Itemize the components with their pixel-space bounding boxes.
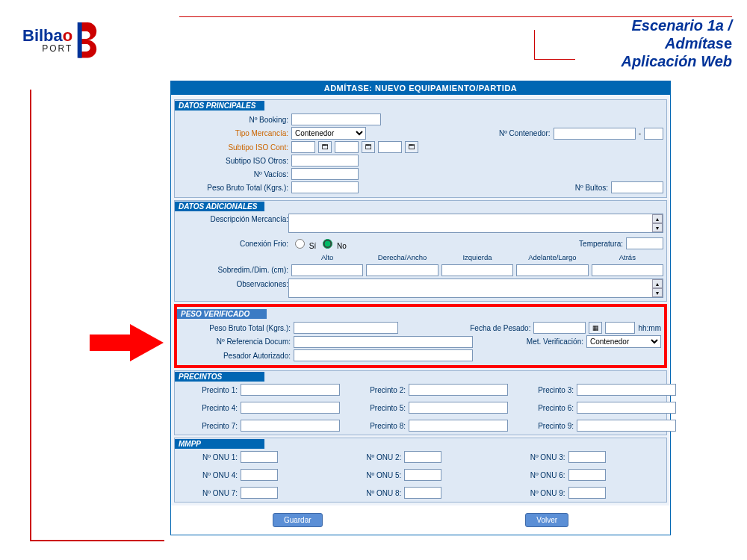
input-fecha-pesado[interactable]	[533, 322, 586, 334]
slide-title-suffix: e	[724, 35, 732, 52]
input-dim-izquierda[interactable]	[441, 264, 513, 276]
label-onu-2: Nº ONU 2:	[341, 453, 401, 461]
input-pesador-autorizado[interactable]	[294, 349, 473, 361]
input-onu-1[interactable]	[241, 451, 278, 463]
highlight-arrow	[90, 335, 134, 351]
label-subtipo-iso-otros: Subtipo ISO Otros:	[178, 157, 288, 165]
guardar-button[interactable]: Guardar	[273, 513, 323, 527]
input-dim-alto[interactable]	[291, 264, 363, 276]
input-dim-derecha[interactable]	[366, 264, 438, 276]
input-onu-2[interactable]	[404, 451, 441, 463]
input-precinto-7[interactable]	[241, 420, 340, 432]
label-subtipo-iso-cont: Subtipo ISO Cont:	[178, 143, 288, 152]
decorative-l-frame	[30, 90, 164, 541]
input-precinto-8[interactable]	[409, 420, 508, 432]
label-onu-9: Nº ONU 9:	[506, 489, 565, 497]
input-subtipo-iso-2[interactable]	[335, 141, 359, 153]
input-dim-atras[interactable]	[592, 264, 663, 276]
section-datos-adicionales: DATOS ADICIONALES Descripción Mercancía:…	[174, 200, 667, 302]
slide-title-line1: Escenario 1a /	[621, 16, 732, 34]
radio-conexion-frio-no-wrap[interactable]: No	[319, 237, 347, 250]
volver-button[interactable]: Volver	[525, 513, 568, 527]
bilbao-port-logo: Bilbao PORT	[22, 22, 102, 58]
slide-title-line3: Aplicación Web	[621, 52, 732, 70]
input-n-booking[interactable]	[291, 113, 381, 125]
label-pesador-autorizado: Pesador Autorizado:	[180, 352, 291, 360]
label-sobredim: Sobredim./Dim. (cm):	[178, 266, 288, 274]
input-precinto-6[interactable]	[577, 402, 676, 414]
lookup-icon-3[interactable]: 🗔	[405, 141, 418, 153]
input-onu-9[interactable]	[568, 487, 606, 499]
label-precinto-2: Precinto 2:	[346, 386, 406, 394]
label-fecha-pesado: Fecha de Pesado:	[470, 324, 530, 332]
input-precinto-2[interactable]	[409, 384, 508, 396]
input-pv-peso-bruto[interactable]	[294, 322, 398, 334]
label-precinto-4: Precinto 4:	[178, 404, 238, 412]
input-precinto-9[interactable]	[577, 420, 676, 432]
input-n-contenedor[interactable]	[554, 128, 636, 140]
input-n-contenedor-suffix[interactable]	[644, 128, 663, 140]
input-hora-pesado[interactable]	[605, 322, 635, 334]
label-observaciones: Observaciones:	[178, 279, 288, 288]
label-tipo-mercancia: Tipo Mercancía:	[178, 129, 288, 137]
input-n-bultos[interactable]	[611, 181, 663, 193]
lookup-icon-2[interactable]: 🗔	[362, 141, 375, 153]
label-n-bultos: Nº Bultos:	[575, 184, 608, 192]
label-onu-4: Nº ONU 4:	[178, 471, 238, 479]
input-onu-8[interactable]	[404, 487, 441, 499]
section-title-precintos: PRECINTOS	[175, 372, 264, 382]
input-precinto-4[interactable]	[241, 402, 340, 414]
radio-conexion-frio-si-wrap[interactable]: Sí	[291, 237, 316, 250]
textarea-descripcion-mercancia[interactable]: ▴▾	[288, 214, 663, 233]
label-onu-1: Nº ONU 1:	[178, 453, 238, 461]
input-subtipo-iso-otros[interactable]	[291, 155, 359, 167]
input-subtipo-iso-3[interactable]	[378, 141, 402, 153]
contenedor-dash: -	[639, 129, 641, 137]
input-onu-6[interactable]	[568, 469, 606, 481]
scroll-down-icon[interactable]: ▾	[652, 288, 663, 297]
label-descripcion-mercancia: Descripción Mercancía:	[178, 214, 288, 223]
input-onu-5[interactable]	[404, 469, 441, 481]
radio-conexion-frio-si[interactable]	[295, 239, 305, 249]
section-title-datos-principales: DATOS PRINCIPALES	[175, 101, 264, 111]
textarea-observaciones[interactable]: ▴▾	[288, 279, 663, 298]
slide-title: Escenario 1a / Admítase Aplicación Web	[621, 16, 732, 70]
label-n-vacios: Nº Vacíos:	[178, 170, 288, 178]
scroll-up-icon[interactable]: ▴	[652, 279, 663, 288]
input-precinto-5[interactable]	[409, 402, 508, 414]
input-n-vacios[interactable]	[291, 168, 359, 180]
scroll-down-icon[interactable]: ▾	[652, 223, 663, 232]
label-met-verificacion: Met. Verificación:	[527, 337, 583, 346]
lookup-icon-1[interactable]: 🗔	[318, 141, 332, 153]
label-onu-3: Nº ONU 3:	[506, 453, 565, 461]
input-subtipo-iso-1[interactable]	[291, 141, 315, 153]
section-title-datos-adicionales: DATOS ADICIONALES	[175, 202, 264, 211]
radio-conexion-frio-no[interactable]	[323, 239, 332, 249]
input-onu-4[interactable]	[241, 469, 278, 481]
input-onu-3[interactable]	[568, 451, 606, 463]
label-onu-8: Nº ONU 8:	[341, 489, 401, 497]
input-precinto-1[interactable]	[241, 384, 340, 396]
label-temperatura: Temperatura:	[579, 240, 623, 248]
label-onu-6: Nº ONU 6:	[506, 471, 565, 479]
calendar-icon[interactable]: ▦	[589, 322, 602, 334]
section-title-mmpp: MMPP	[175, 439, 264, 449]
dim-header-izquierda: Izquierda	[441, 253, 513, 261]
label-n-contenedor: Nº Contenedor:	[499, 129, 551, 137]
svg-rect-0	[78, 22, 82, 58]
select-met-verificacion[interactable]: Contenedor	[586, 335, 661, 348]
select-tipo-mercancia[interactable]: Contenedor	[291, 127, 366, 140]
section-datos-principales: DATOS PRINCIPALES Nº Booking: Tipo Merca…	[174, 99, 667, 198]
input-dim-adelante[interactable]	[516, 264, 588, 276]
scroll-up-icon[interactable]: ▴	[652, 214, 663, 223]
input-n-referencia[interactable]	[294, 336, 473, 348]
logo-port-text: PORT	[22, 44, 72, 53]
label-hhmm: hh:mm	[638, 324, 661, 332]
label-precinto-7: Precinto 7:	[178, 422, 238, 430]
input-onu-7[interactable]	[241, 487, 278, 499]
input-peso-bruto-total[interactable]	[291, 181, 359, 193]
title-hook	[534, 30, 575, 60]
input-temperatura[interactable]	[626, 237, 663, 249]
logo-b-icon	[76, 22, 102, 58]
input-precinto-3[interactable]	[577, 384, 676, 396]
